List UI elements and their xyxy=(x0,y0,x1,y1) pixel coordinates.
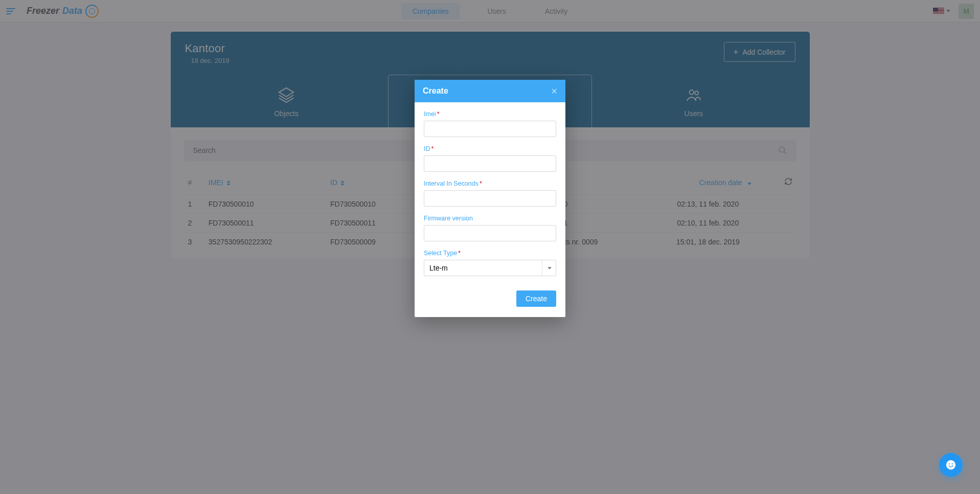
label-id: ID* xyxy=(424,145,556,152)
create-modal: Create × Imei* ID* Interval In Seconds* … xyxy=(415,80,565,267)
input-interval[interactable] xyxy=(424,190,556,207)
label-imei: Imei* xyxy=(424,110,556,118)
input-firmware[interactable] xyxy=(424,225,556,241)
modal-overlay[interactable]: Create × Imei* ID* Interval In Seconds* … xyxy=(0,0,980,267)
label-firmware: Firmware version xyxy=(424,215,556,222)
close-icon[interactable]: × xyxy=(551,86,557,96)
modal-head: Create × xyxy=(415,80,565,102)
modal-body: Imei* ID* Interval In Seconds* Firmware … xyxy=(415,102,565,267)
input-id[interactable] xyxy=(424,155,556,172)
label-interval: Interval In Seconds* xyxy=(424,180,556,187)
modal-title: Create xyxy=(423,86,448,96)
label-type: Select Type* xyxy=(424,250,556,257)
select-type[interactable]: Lte-m xyxy=(424,260,556,267)
input-imei[interactable] xyxy=(424,121,556,137)
